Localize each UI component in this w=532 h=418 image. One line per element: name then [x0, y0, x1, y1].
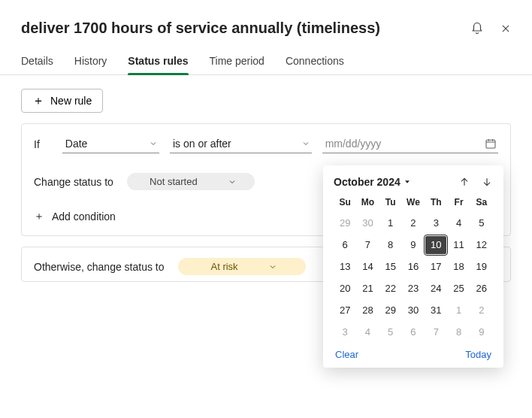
calendar-day[interactable]: 3: [334, 323, 355, 341]
status-value: Not started: [150, 176, 198, 187]
calendar-dow: Th: [425, 194, 447, 211]
page-title: deliver 1700 hours of service annually (…: [21, 20, 470, 37]
calendar-day[interactable]: 7: [357, 236, 378, 254]
plus-icon: ＋: [32, 95, 44, 107]
calendar-day[interactable]: 6: [403, 323, 424, 341]
calendar-dow: Fr: [447, 194, 470, 211]
chevron-down-icon: [149, 139, 158, 148]
calendar-day[interactable]: 30: [357, 214, 378, 232]
date-picker-popover: October 2024 SuMoTuWeThFrSa2930123456789…: [323, 165, 503, 368]
calendar-day[interactable]: 3: [425, 214, 446, 232]
calendar-day[interactable]: 25: [449, 280, 470, 298]
calendar-day[interactable]: 17: [425, 258, 446, 276]
calendar-day[interactable]: 6: [334, 236, 355, 254]
calendar-day[interactable]: 10: [425, 236, 446, 254]
calendar-day[interactable]: 27: [334, 301, 355, 320]
tab-bar: Details History Status rules Time period…: [0, 44, 532, 75]
tab-status-rules[interactable]: Status rules: [128, 49, 188, 74]
calendar-day[interactable]: 20: [334, 280, 355, 298]
calendar-day[interactable]: 11: [449, 236, 470, 254]
tab-details[interactable]: Details: [21, 49, 53, 74]
calendar-day[interactable]: 19: [471, 258, 492, 276]
calendar-day[interactable]: 8: [380, 236, 401, 254]
tab-history[interactable]: History: [74, 49, 107, 74]
otherwise-status-value: At risk: [210, 261, 237, 272]
calendar-day[interactable]: 5: [471, 214, 492, 232]
date-input-placeholder: mm/dd/yyyy: [325, 138, 382, 150]
calendar-day[interactable]: 7: [425, 323, 446, 341]
chevron-down-icon: [301, 139, 310, 148]
calendar-dow: Tu: [379, 194, 402, 211]
calendar-day[interactable]: 23: [403, 280, 424, 298]
chevron-down-icon: [228, 177, 237, 186]
if-label: If: [34, 138, 52, 150]
field-dropdown-label: Date: [65, 138, 88, 150]
calendar-day[interactable]: 14: [357, 258, 378, 276]
calendar-day[interactable]: 28: [357, 301, 378, 320]
calendar-day[interactable]: 21: [357, 280, 378, 298]
calendar-month-label: October 2024: [334, 176, 401, 188]
field-dropdown[interactable]: Date: [62, 135, 159, 153]
chevron-down-icon: [268, 262, 277, 271]
calendar-day[interactable]: 9: [471, 323, 492, 341]
calendar-prev-button[interactable]: [458, 176, 470, 188]
calendar-month-button[interactable]: October 2024: [334, 176, 411, 188]
calendar-day[interactable]: 12: [471, 236, 492, 254]
add-condition-label: Add condition: [52, 211, 116, 223]
calendar-dow: We: [402, 194, 425, 211]
calendar-day[interactable]: 2: [471, 301, 492, 320]
status-dropdown[interactable]: Not started: [127, 173, 255, 190]
calendar-icon[interactable]: [485, 138, 497, 150]
add-condition-button[interactable]: ＋ Add condition: [34, 210, 116, 223]
calendar-day[interactable]: 29: [334, 214, 355, 232]
close-icon[interactable]: [500, 23, 511, 34]
calendar-day[interactable]: 4: [449, 214, 470, 232]
new-rule-button[interactable]: ＋ New rule: [21, 89, 103, 113]
calendar-today-button[interactable]: Today: [465, 349, 491, 360]
calendar-day[interactable]: 4: [357, 323, 378, 341]
calendar-day[interactable]: 8: [449, 323, 470, 341]
new-rule-label: New rule: [50, 95, 92, 107]
calendar-day[interactable]: 31: [425, 301, 446, 320]
calendar-day[interactable]: 26: [471, 280, 492, 298]
calendar-day[interactable]: 15: [380, 258, 401, 276]
calendar-day[interactable]: 29: [380, 301, 401, 320]
calendar-day[interactable]: 9: [403, 236, 424, 254]
calendar-day[interactable]: 1: [380, 214, 401, 232]
otherwise-status-dropdown[interactable]: At risk: [178, 258, 306, 275]
calendar-dow: Sa: [470, 194, 493, 211]
calendar-day[interactable]: 16: [403, 258, 424, 276]
bell-icon[interactable]: [470, 22, 484, 35]
date-input[interactable]: mm/dd/yyyy: [322, 135, 498, 153]
calendar-day[interactable]: 24: [425, 280, 446, 298]
calendar-day[interactable]: 2: [403, 214, 424, 232]
tab-time-period[interactable]: Time period: [210, 49, 264, 74]
calendar-clear-button[interactable]: Clear: [335, 349, 358, 360]
operator-dropdown-label: is on or after: [173, 138, 231, 150]
calendar-grid: SuMoTuWeThFrSa29301234567891011121314151…: [334, 194, 493, 341]
calendar-dow: Su: [334, 194, 356, 211]
plus-icon: ＋: [34, 210, 44, 223]
calendar-day[interactable]: 13: [334, 258, 355, 276]
change-status-label: Change status to: [34, 176, 113, 188]
svg-rect-0: [486, 140, 495, 148]
calendar-day[interactable]: 5: [380, 323, 401, 341]
calendar-day[interactable]: 18: [449, 258, 470, 276]
calendar-dow: Mo: [356, 194, 379, 211]
calendar-day[interactable]: 1: [449, 301, 470, 320]
caret-down-icon: [404, 178, 411, 186]
calendar-next-button[interactable]: [481, 176, 493, 188]
tab-connections[interactable]: Connections: [286, 49, 344, 74]
calendar-day[interactable]: 30: [403, 301, 424, 320]
calendar-day[interactable]: 22: [380, 280, 401, 298]
operator-dropdown[interactable]: is on or after: [170, 135, 312, 153]
otherwise-label: Otherwise, change status to: [34, 261, 165, 273]
